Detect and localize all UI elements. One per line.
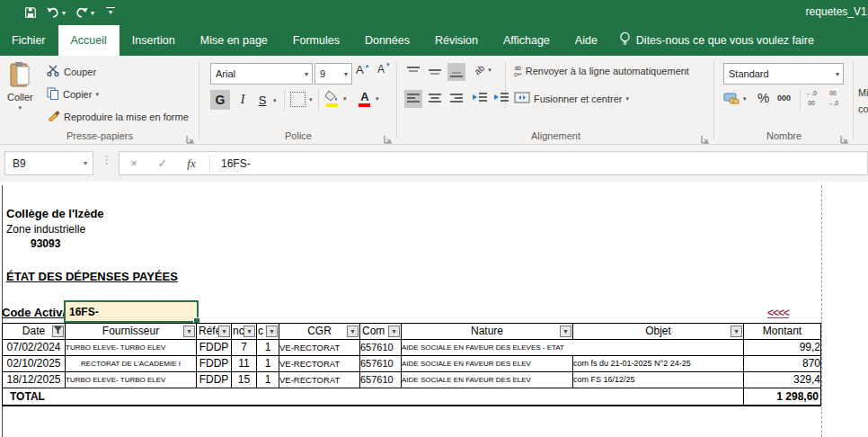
cell-nature[interactable]: AIDE SOCIALE EN FAVEUR DES ELEV (402, 372, 573, 388)
objet-dropdown-icon[interactable]: ▾ (731, 326, 742, 337)
paste-button[interactable]: Coller ▾ (7, 61, 33, 111)
formula-content[interactable]: 16FS- (214, 157, 251, 170)
font-color-button[interactable]: A ▾ (358, 90, 379, 108)
cell-numero[interactable]: 11 (232, 356, 257, 372)
cell-date[interactable]: 07/02/2024 (3, 340, 66, 356)
save-icon[interactable] (22, 4, 40, 21)
formula-input-area[interactable]: × ✓ fx 16FS- (119, 151, 868, 175)
cell-fournisseur[interactable]: RECTORAT DE L'ACADEMIE I (66, 356, 197, 372)
redo-dropdown-icon[interactable]: ▾ (91, 9, 94, 17)
number-format-dropdown-icon[interactable]: ▾ (832, 70, 843, 78)
merge-center-dropdown-icon[interactable]: ▾ (625, 95, 629, 103)
decrease-decimal-button[interactable]: 00 →,0 (828, 90, 838, 106)
underline-dropdown-icon[interactable]: ▾ (273, 97, 277, 104)
cell-numero[interactable]: 15 (232, 372, 257, 388)
cell-date[interactable]: 18/12/2025 (3, 372, 66, 388)
tab-aide[interactable]: Aide (562, 25, 610, 56)
accounting-dropdown-icon[interactable]: ▾ (743, 95, 747, 103)
cell-reference[interactable]: FDDP (197, 340, 232, 356)
shrink-font-button[interactable]: A▾ (377, 63, 392, 76)
tab-accueil[interactable]: Accueil (58, 25, 120, 56)
enter-check-icon[interactable]: ✓ (148, 156, 177, 170)
merge-center-button[interactable]: Fusionner et centrer ▾ (514, 92, 629, 105)
redo-button[interactable]: ▾ (72, 4, 97, 21)
grow-font-button[interactable]: A▴ (356, 63, 370, 76)
tab-revision[interactable]: Révision (422, 25, 491, 56)
cell-numero[interactable]: 7 (232, 340, 257, 356)
customize-qat-icon[interactable]: ▾ (106, 7, 115, 18)
accounting-format-button[interactable]: ▾ (723, 92, 747, 106)
wrap-text-button[interactable]: ab c↩ Renvoyer à la ligne automatiquemen… (514, 65, 689, 77)
format-painter-button[interactable]: Reproduire la mise en forme (47, 110, 189, 123)
borders-button[interactable]: ▾ (290, 92, 313, 107)
cut-button[interactable]: Couper (47, 65, 96, 78)
copy-dropdown-icon[interactable]: ▾ (95, 91, 99, 98)
fill-color-button[interactable]: ▾ (324, 90, 347, 108)
cell-quantite[interactable]: 1 (257, 356, 279, 372)
align-top-button[interactable] (404, 63, 422, 81)
reference1-dropdown-icon[interactable]: ▾ (218, 326, 230, 337)
header-fournisseur[interactable]: Fournisseur ▾ (66, 324, 197, 340)
cell-quantite[interactable]: 1 (257, 340, 279, 356)
increase-indent-button[interactable] (494, 92, 509, 103)
font-size-dropdown-icon[interactable]: ▾ (341, 70, 351, 78)
header-compte[interactable]: Com ▾ (360, 324, 402, 340)
cell-reference[interactable]: FDDP (197, 356, 232, 372)
percent-style-button[interactable]: % (757, 90, 769, 105)
clipboard-dialog-launcher-icon[interactable] (186, 131, 195, 140)
cell-montant[interactable]: 99,2 (744, 340, 821, 356)
compte-dropdown-icon[interactable]: ▾ (388, 326, 400, 337)
cell-objet[interactable]: com FS 16/12/25 (573, 372, 744, 388)
table-row[interactable]: 18/12/2025 TURBO ELEVE- TURBO ELEV FDDP … (3, 372, 821, 388)
name-box-dropdown-icon[interactable]: ▾ (84, 159, 93, 167)
tab-insertion[interactable]: Insertion (120, 25, 188, 56)
font-family-combo[interactable]: Arial ▾ (210, 63, 313, 85)
insert-function-icon[interactable]: fx (177, 156, 206, 171)
tab-formules[interactable]: Formules (280, 25, 352, 56)
font-family-dropdown-icon[interactable]: ▾ (301, 70, 312, 78)
tell-me-box[interactable]: Dites-nous ce que vous voulez faire (610, 25, 823, 56)
cell-quantite[interactable]: 1 (257, 372, 279, 388)
increase-decimal-button[interactable]: ←,0 00 (806, 90, 817, 106)
cell-nature[interactable]: AIDE SOCIALE EN FAVEUR DES ELEV (402, 356, 573, 372)
align-right-button[interactable] (447, 90, 465, 108)
comma-style-button[interactable]: 000 (777, 94, 791, 103)
cell-nature[interactable]: AIDE SOCIALE EN FAVEUR DES ELEVES - ETAT (402, 340, 744, 356)
orientation-dropdown-icon[interactable]: ▾ (488, 67, 492, 74)
cell-compte[interactable]: 657610 (360, 372, 402, 388)
orientation-button[interactable]: ab ▾ (474, 65, 492, 75)
date-filter-icon[interactable] (52, 326, 64, 337)
table-row[interactable]: 07/02/2024 TURBO ELEVE- TURBO ELEV FDDP … (3, 340, 821, 356)
reference3-dropdown-icon[interactable]: ▾ (266, 326, 278, 337)
tab-donnees[interactable]: Données (352, 25, 422, 56)
align-center-button[interactable] (426, 90, 444, 108)
paste-dropdown-icon[interactable]: ▾ (19, 104, 22, 111)
header-reference-2[interactable]: nce ▾ (232, 324, 257, 340)
font-size-combo[interactable]: 9 ▾ (314, 63, 352, 85)
cell-fournisseur[interactable]: TURBO ELEVE- TURBO ELEV (66, 372, 197, 388)
cell-cgr[interactable]: VE-RECTORAT (279, 340, 360, 356)
tab-fichier[interactable]: Fichier (0, 25, 58, 56)
undo-button[interactable]: ▾ (43, 4, 68, 21)
align-middle-button[interactable] (426, 63, 444, 81)
cell-reference[interactable]: FDDP (197, 372, 232, 388)
align-left-button[interactable] (404, 90, 422, 108)
header-date[interactable]: Date (3, 324, 66, 340)
cell-compte[interactable]: 657610 (360, 356, 402, 372)
table-row[interactable]: 02/10/2025 RECTORAT DE L'ACADEMIE I FDDP… (3, 356, 821, 372)
header-montant[interactable]: Montant (744, 324, 821, 340)
font-dialog-launcher-icon[interactable] (384, 131, 393, 140)
nature-dropdown-icon[interactable]: ▾ (560, 326, 571, 337)
back-link[interactable]: <<<< (767, 307, 789, 319)
cell-fournisseur[interactable]: TURBO ELEVE- TURBO ELEV (66, 340, 197, 356)
cell-montant[interactable]: 870 (744, 356, 821, 372)
worksheet[interactable]: Collège de l'Izède Zone industrielle 930… (0, 182, 868, 437)
header-reference-1[interactable]: Réfé ▾ (197, 324, 232, 340)
number-dialog-launcher-icon[interactable] (840, 131, 849, 140)
reference2-dropdown-icon[interactable]: ▾ (244, 326, 255, 337)
name-box[interactable]: B9 ▾ (4, 151, 93, 175)
borders-dropdown-icon[interactable]: ▾ (309, 96, 313, 103)
tab-mise-en-page[interactable]: Mise en page (188, 25, 280, 56)
font-color-dropdown-icon[interactable]: ▾ (376, 95, 379, 103)
undo-dropdown-icon[interactable]: ▾ (62, 9, 66, 17)
